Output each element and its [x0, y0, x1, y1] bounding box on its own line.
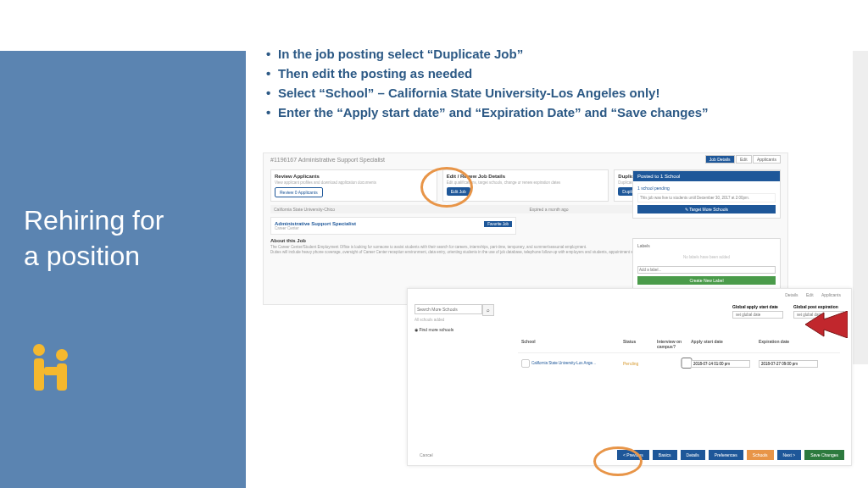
card-title: Review Applicants	[275, 174, 433, 179]
search-icon[interactable]: ⌕	[482, 304, 494, 316]
red-arrow-icon	[805, 311, 848, 341]
favorite-job-button[interactable]: Favorite Job	[484, 221, 512, 227]
svg-marker-5	[805, 311, 848, 338]
bullet-1: In the job posting select “Duplicate Job…	[263, 47, 856, 61]
col-apply-start: Apply start date	[687, 337, 755, 351]
row-interview	[654, 356, 687, 371]
tab-edit[interactable]: Edit	[736, 155, 752, 164]
target-more-schools-button[interactable]: ✎ Target More Schools	[637, 205, 776, 214]
instruction-content: In the job posting select “Duplicate Job…	[263, 47, 856, 125]
table-header: School Status Interview on campus? Apply…	[518, 336, 840, 353]
svg-point-0	[33, 344, 45, 356]
tab-applicants[interactable]: Applicants	[753, 155, 781, 164]
job-listing: Favorite Job Administrative Support Spec…	[270, 217, 516, 235]
bullet-2: Then edit the posting as needed	[263, 66, 856, 80]
apply-start-input[interactable]	[691, 360, 750, 368]
tab-job-details[interactable]: Job Details	[705, 155, 735, 164]
step-basics[interactable]: Basics	[653, 450, 677, 460]
table-row: California State University-Los Ange… Pe…	[518, 353, 840, 374]
labels-panel: Labels No labels have been added Create …	[632, 238, 781, 290]
svg-rect-4	[44, 367, 59, 375]
step-details[interactable]: Details	[681, 450, 705, 460]
listing-sub: Career Center	[275, 226, 512, 230]
save-changes-button[interactable]: Save Changes	[804, 450, 844, 460]
review-applicants-button[interactable]: Review 0 Applicants	[275, 187, 323, 197]
card-review-applicants: Review Applicants View applicant profile…	[270, 169, 437, 202]
tab-details-2[interactable]: Details	[782, 291, 801, 298]
row-school: California State University-Los Ange…	[518, 358, 620, 369]
col-school: School	[518, 337, 620, 351]
school-badge-icon	[521, 359, 530, 368]
bullet-3: Select “School” – California State Unive…	[263, 86, 856, 100]
highlight-circle-duplicate	[420, 167, 473, 208]
step-preferences[interactable]: Preferences	[709, 450, 743, 460]
expiration-input[interactable]	[759, 360, 818, 368]
find-more-schools[interactable]: ◉ Find more schools	[415, 327, 508, 332]
global-start-label: Global apply start date	[732, 304, 783, 309]
card-desc: View applicant profiles and download app…	[275, 180, 433, 185]
posted-header: Posted to 1 School	[633, 171, 780, 181]
create-label-button[interactable]: Create New Label	[637, 276, 776, 285]
col-status: Status	[620, 337, 654, 351]
all-schools-text: All schools added	[415, 318, 508, 322]
highlight-circle-schools	[593, 446, 643, 476]
row-expiration	[755, 358, 823, 369]
strip-school-val: California State University-Chico	[274, 207, 335, 212]
school-search-input[interactable]	[415, 304, 482, 314]
screenshot-job-posting: #1196167 Administrative Support Speciali…	[263, 152, 788, 305]
handshake-logo	[24, 341, 222, 396]
title-sidebar: Rehiring for a position	[0, 51, 246, 488]
slide-title: Rehiring for a position	[24, 203, 222, 274]
bullet-4: Enter the “Apply start date” and “Expira…	[263, 105, 856, 119]
title-line-1: Rehiring for	[24, 203, 222, 239]
tab-applicants-2[interactable]: Applicants	[818, 291, 844, 298]
live-note: This job was live to students until Dece…	[637, 193, 776, 202]
schools-table: School Status Interview on campus? Apply…	[518, 336, 840, 374]
school-search: ⌕ All schools added ◉ Find more schools	[415, 304, 508, 332]
instruction-bullets: In the job posting select “Duplicate Job…	[263, 47, 856, 119]
posted-to-panel: Posted to 1 School 1 school pending This…	[632, 170, 781, 219]
step-schools[interactable]: Schools	[747, 450, 774, 460]
svg-rect-2	[34, 358, 44, 391]
row-apply-start	[687, 358, 755, 369]
cancel-button[interactable]: Cancel	[415, 451, 438, 459]
add-label-input[interactable]	[637, 266, 776, 274]
job-tabs: Job Details Edit Applicants	[705, 157, 781, 162]
strip-exp-val: Expired a month ago	[529, 207, 568, 212]
detail-tabs: Details Edit Applicants	[782, 292, 844, 297]
title-line-2: a position	[24, 239, 222, 274]
global-start-input[interactable]	[732, 311, 783, 319]
pending-school-link[interactable]: 1 school pending	[637, 186, 776, 191]
screenshot-schools-tab: Details Edit Applicants ⌕ All schools ad…	[407, 288, 852, 466]
svg-point-1	[56, 349, 68, 361]
tab-edit-2[interactable]: Edit	[803, 291, 817, 298]
row-status: Pending	[620, 359, 654, 368]
no-labels-text: No labels have been added	[637, 248, 776, 266]
global-exp-label: Global post expiration	[793, 304, 844, 309]
col-interview: Interview on campus?	[654, 337, 687, 351]
next-button[interactable]: Next >	[777, 450, 802, 460]
